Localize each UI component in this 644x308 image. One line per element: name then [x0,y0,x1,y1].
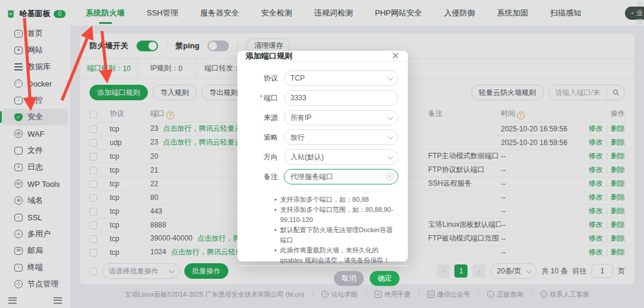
cancel-button[interactable]: 取消 [334,271,364,286]
field-protocol: 协议 TCP [247,70,398,86]
tip-item: 默认配置下防火墙无法管理Docker容器端口 [274,225,398,245]
chevron-down-icon [388,134,394,140]
policy-select[interactable]: 放行 [284,130,398,145]
field-policy: 策略 放行 [247,130,398,145]
direction-select[interactable]: 入站(默认) [284,149,398,165]
dialog-footer: 取消 确定 [237,266,408,291]
chevron-down-icon [388,153,394,159]
dialog-title: 添加端口规则 [246,51,292,61]
field-direction: 方向 入站(默认) [247,149,398,165]
required-asterisk: * [259,94,262,102]
tip-item: 此操作将重载防火墙，未持久化的 iptables 规则会清空，请先备份保存！ [274,245,398,266]
tip-item: 支持添加多个端口，如：80,88 [274,195,398,205]
field-remark: 备注 ✕ [247,169,398,184]
remark-input[interactable] [284,169,398,184]
chevron-down-icon [388,114,394,120]
confirm-button[interactable]: 确定 [370,271,400,286]
protocol-select[interactable]: TCP [284,70,398,86]
chevron-down-icon [388,75,394,81]
close-icon[interactable]: ✕ [392,51,400,61]
dialog-tips: 支持添加多个端口，如：80,88 支持添加多个端口范围，如：80,88,90-9… [247,189,398,266]
tip-item: 支持添加多个端口范围，如：80,88,90-99,110-120 [274,205,398,225]
field-source: 来源 所有IP [247,110,398,125]
source-select[interactable]: 所有IP [284,110,398,125]
field-port: *端口 [247,90,398,106]
port-input[interactable] [284,90,398,106]
dialog-body: 协议 TCP *端口 来源 所有IP 策略 放行 方向 入站(默认) 备注 ✕ … [237,62,408,266]
dialog-header: 添加端口规则 ✕ [237,51,408,62]
add-port-rule-dialog: 添加端口规则 ✕ 协议 TCP *端口 来源 所有IP 策略 放行 方向 入站(… [237,51,408,261]
clear-input-icon[interactable]: ✕ [386,173,394,180]
